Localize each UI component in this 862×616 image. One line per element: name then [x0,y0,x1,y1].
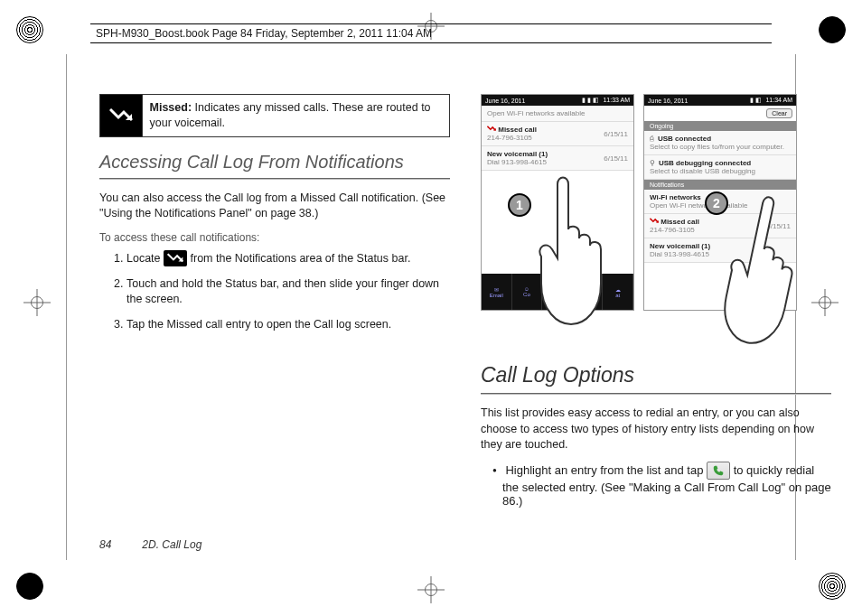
missed-callout-body: Indicates any missed calls. These are ro… [150,101,431,129]
steps-lead: To access these call notifications: [99,231,450,244]
print-cross-bottom [417,576,445,603]
call-icon [707,462,730,480]
status-date-1: June 16, 2011 [485,98,525,104]
dock-app-icon: ◻ [573,274,604,310]
doc-header-text: SPH-M930_Boost.book Page 84 Friday, Sept… [96,27,432,40]
wifi-row-1: Open Wi-Fi networks available [482,106,633,122]
dock-icons-1: ✉Email ☺Co ✆ ◻ ☁at [482,274,633,310]
missed-callout-label: Missed: [150,101,192,114]
print-cross-left [23,289,51,316]
steps-list: Locate from the Notifications area of th… [99,251,450,333]
missed-mini-icon-2 [650,218,659,224]
missed-callout: Missed: Indicates any missed calls. Thes… [99,94,450,137]
status-icons-2: ▮◧ 11:34 AM [748,97,792,104]
bullet-redial: Highlight an entry from the list and tap… [499,462,831,508]
step-2: Touch and hold the Status bar, and then … [126,276,450,308]
dock-email-icon: ✉Email [482,274,512,310]
usb-debug-row: ⚲USB debugging connectedSelect to disabl… [644,155,796,180]
dock-phone-icon: ✆ [542,274,573,310]
print-mark-tr [819,16,846,43]
notifications-label: Notifications [644,180,796,190]
print-mark-br [819,573,846,600]
section-label: 2D. Call Log [142,538,201,551]
voicemail-row-2: New voicemail (1)Dial 913-998-4615 [644,238,796,263]
options-paragraph: This list provides easy access to redial… [481,406,831,453]
missed-row-2: Missed call 214-796-3105 6/15/11 [644,214,796,238]
bug-icon: ⚲ [650,159,655,167]
print-mark-tl [16,16,43,43]
status-icons-1: ▮▮◧ 11:33 AM [580,97,630,104]
status-bar-2: June 16, 2011 ▮◧ 11:34 AM [644,95,796,106]
status-bar-1: June 16, 2011 ▮▮◧ 11:33 AM [482,95,633,106]
phone-screenshot-1: June 16, 2011 ▮▮◧ 11:33 AM Open Wi-Fi ne… [481,94,634,311]
missed-inline-icon [164,250,187,266]
right-column: June 16, 2011 ▮▮◧ 11:33 AM Open Wi-Fi ne… [481,94,831,508]
bullet-1a: Highlight an entry from the list and tap [505,463,707,477]
voicemail-row-1: New voicemail (1) Dial 913-998-4615 6/15… [482,146,633,171]
missed-callout-text: Missed: Indicates any missed calls. Thes… [142,95,449,136]
missed-row-1: Missed call 214-796-3105 6/15/11 [482,122,633,146]
step-1a: Locate [126,252,164,265]
missed-mini-icon [487,126,496,132]
section-divider-2 [481,393,831,395]
section-heading-accessing: Accessing Call Log From Notifications [99,152,450,173]
section-heading-options: Call Log Options [481,363,831,387]
callout-badge-2: 2 [705,191,728,215]
step-1: Locate from the Notifications area of th… [126,251,450,267]
step-3: Tap the Missed call entry to open the Ca… [126,317,450,333]
doc-header: SPH-M930_Boost.book Page 84 Friday, Sept… [90,23,772,43]
page-number: 84 [99,538,111,551]
clear-button[interactable]: Clear [766,108,792,118]
section-divider [99,178,450,180]
page-footer: 84 2D. Call Log [99,538,201,551]
options-bullets: Highlight an entry from the list and tap… [481,462,831,508]
left-column: Missed: Indicates any missed calls. Thes… [99,94,450,508]
usb-connected-row: ⎙USB connectedSelect to copy files to/fr… [644,131,796,155]
status-date-2: June 16, 2011 [648,98,688,104]
ongoing-label: Ongoing [644,121,796,131]
intro-paragraph: You can also access the Call log from a … [99,191,450,222]
step-1b: from the Notifications area of the Statu… [191,252,411,265]
usb-icon: ⎙ [650,135,654,143]
missed-icon [100,95,142,136]
dock-contacts-icon: ☺Co [512,274,543,310]
print-vline-left [66,54,67,560]
dock-chat-icon: ☁at [603,274,633,310]
phone-illustration: June 16, 2011 ▮▮◧ 11:33 AM Open Wi-Fi ne… [481,94,831,338]
callout-badge-1: 1 [508,193,531,217]
twisted-arrow-icon [109,108,133,123]
print-mark-bl [16,573,43,600]
